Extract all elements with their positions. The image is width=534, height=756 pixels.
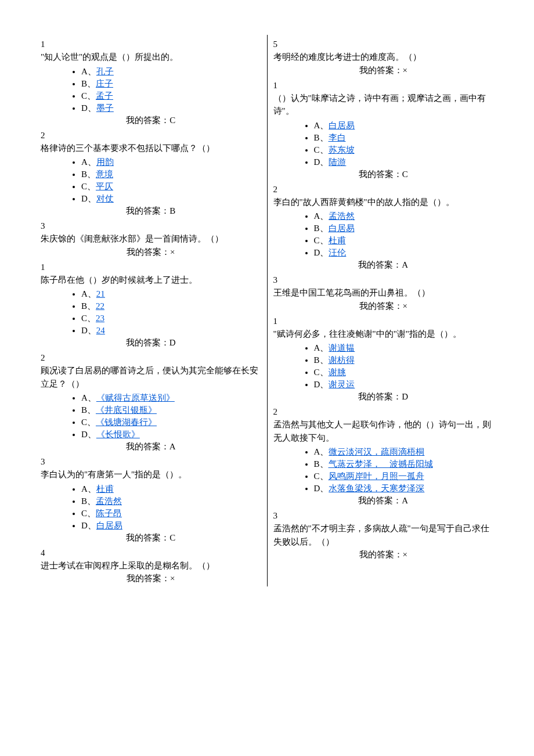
option-link[interactable]: 对仗 <box>96 194 114 203</box>
option-link[interactable]: 李白 <box>329 133 346 142</box>
option-b: B、庄子 <box>81 78 261 89</box>
option-link[interactable]: 孔子 <box>96 67 114 76</box>
option-link[interactable]: 风鸣两岸叶，月照一孤舟 <box>329 471 424 481</box>
answer-line: 我的答案：A <box>273 260 494 271</box>
option-link[interactable]: 杜甫 <box>329 236 346 245</box>
option-label: B、 <box>81 405 96 415</box>
option-link[interactable]: 气蒸云梦泽， 波撼岳阳城 <box>329 459 433 469</box>
option-link[interactable]: 谢朓 <box>329 368 346 377</box>
option-link[interactable]: 《钱塘湖春行》 <box>96 417 157 427</box>
option-c: C、陈子昂 <box>81 508 261 519</box>
option-link[interactable]: 庄子 <box>96 79 113 88</box>
option-c: C、谢朓 <box>314 367 494 378</box>
option-link[interactable]: 杜甫 <box>96 484 114 494</box>
option-c: C、平仄 <box>81 181 261 192</box>
option-label: C、 <box>314 368 329 377</box>
answer-prefix: 我的答案： <box>126 206 169 215</box>
answer-value: × <box>403 301 407 311</box>
column-right: 5 考明经的难度比考进士的难度高。（） 我的答案：× 1 （）认为"味摩诘之诗，… <box>267 35 500 586</box>
option-label: D、 <box>314 157 329 167</box>
option-link[interactable]: 孟浩然 <box>96 496 122 506</box>
answer-line: 我的答案：A <box>273 495 494 506</box>
answer-prefix: 我的答案： <box>127 574 170 583</box>
option-list: A、杜甫 B、孟浩然 C、陈子昂 D、白居易 <box>41 484 261 531</box>
option-a: A、《赋得古原草送别》 <box>81 393 261 404</box>
option-link[interactable]: 孟浩然 <box>329 211 355 221</box>
answer-line: 我的答案：× <box>273 549 494 560</box>
option-d: D、水落鱼梁浅，天寒梦泽深 <box>314 483 494 494</box>
question-stem: 进士考试在审阅程序上采取的是糊名制。（） <box>41 559 261 573</box>
option-link[interactable]: 21 <box>96 289 105 298</box>
option-link[interactable]: 谢灵运 <box>329 380 355 389</box>
option-label: D、 <box>81 430 96 439</box>
option-d: D、对仗 <box>81 193 261 204</box>
question-stem: 朱庆馀的《闺意献张水部》是一首闺情诗。（） <box>41 232 261 246</box>
question-stem: 陈子昂在他（）岁的时候就考上了进士。 <box>41 273 261 287</box>
option-link[interactable]: 意境 <box>96 170 113 179</box>
option-c: C、《钱塘湖春行》 <box>81 417 261 428</box>
option-link[interactable]: 《赋得古原草送别》 <box>96 393 175 402</box>
question-number: 1 <box>273 81 494 91</box>
option-link[interactable]: 用韵 <box>96 157 114 167</box>
option-label: A、 <box>81 157 96 167</box>
option-link[interactable]: 水落鱼梁浅，天寒梦泽深 <box>329 484 424 493</box>
option-link[interactable]: 孟子 <box>96 91 113 100</box>
question-stem: （）认为"味摩诘之诗，诗中有画；观摩诘之画，画中有诗"。 <box>273 92 494 118</box>
option-link[interactable]: 微云淡河汉，疏雨滴梧桐 <box>329 447 424 456</box>
question-number: 3 <box>41 457 261 467</box>
answer-line: 我的答案：C <box>273 169 494 180</box>
option-link[interactable]: 谢枋得 <box>329 355 355 365</box>
option-c: C、杜甫 <box>314 235 494 246</box>
option-label: D、 <box>314 380 329 389</box>
option-a: A、21 <box>81 289 261 300</box>
option-link[interactable]: 《井底引银瓶》 <box>96 405 157 415</box>
question-number: 3 <box>41 221 261 231</box>
answer-prefix: 我的答案： <box>358 496 402 505</box>
answer-line: 我的答案：× <box>41 573 261 584</box>
option-label: D、 <box>314 248 329 257</box>
option-link[interactable]: 苏东坡 <box>329 145 355 154</box>
question-stem: 孟浩然与其他文人一起联句作诗，他的（）诗句一出，则无人敢接下句。 <box>273 418 494 444</box>
answer-value: D <box>169 338 176 347</box>
answer-value: B <box>169 206 175 215</box>
option-link[interactable]: 汪伦 <box>329 248 346 257</box>
column-left: 1 "知人论世"的观点是（）所提出的。 A、孔子 B、庄子 C、孟子 D、墨子 … <box>35 35 267 586</box>
option-link[interactable]: 墨子 <box>96 103 114 113</box>
option-link[interactable]: 平仄 <box>96 182 113 191</box>
option-link[interactable]: 23 <box>96 314 104 323</box>
option-label: A、 <box>314 121 329 130</box>
option-link[interactable]: 陆游 <box>329 157 346 167</box>
option-c: C、23 <box>81 313 261 324</box>
answer-value: × <box>170 574 175 583</box>
option-list: A、孔子 B、庄子 C、孟子 D、墨子 <box>41 66 261 114</box>
option-label: B、 <box>314 133 329 142</box>
option-link[interactable]: 谢道韫 <box>329 343 355 352</box>
option-a: A、微云淡河汉，疏雨滴梧桐 <box>314 447 494 458</box>
option-a: A、白居易 <box>314 120 494 131</box>
option-label: B、 <box>314 224 329 233</box>
option-label: C、 <box>314 145 329 154</box>
option-link[interactable]: 白居易 <box>96 521 122 530</box>
option-b: B、白居易 <box>314 223 494 234</box>
question-number: 1 <box>273 316 494 326</box>
option-link[interactable]: 白居易 <box>329 121 355 130</box>
option-link[interactable]: 24 <box>96 326 105 335</box>
question-number: 1 <box>41 39 261 49</box>
option-b: B、《井底引银瓶》 <box>81 405 261 416</box>
option-list: A、用韵 B、意境 C、平仄 D、对仗 <box>41 157 261 204</box>
option-link[interactable]: 《长恨歌》 <box>96 430 140 439</box>
option-d: D、陆游 <box>314 157 494 168</box>
option-label: A、 <box>314 447 329 456</box>
option-label: B、 <box>81 301 96 311</box>
option-link[interactable]: 22 <box>96 301 104 311</box>
answer-prefix: 我的答案： <box>126 533 169 542</box>
option-label: B、 <box>81 170 96 179</box>
option-a: A、孔子 <box>81 66 261 77</box>
option-b: B、谢枋得 <box>314 355 494 366</box>
question-number: 4 <box>41 548 261 558</box>
option-list: A、孟浩然 B、白居易 C、杜甫 D、汪伦 <box>273 211 494 258</box>
option-link[interactable]: 白居易 <box>329 224 355 233</box>
option-label: B、 <box>81 496 96 506</box>
answer-prefix: 我的答案： <box>359 550 403 559</box>
option-link[interactable]: 陈子昂 <box>96 509 122 518</box>
